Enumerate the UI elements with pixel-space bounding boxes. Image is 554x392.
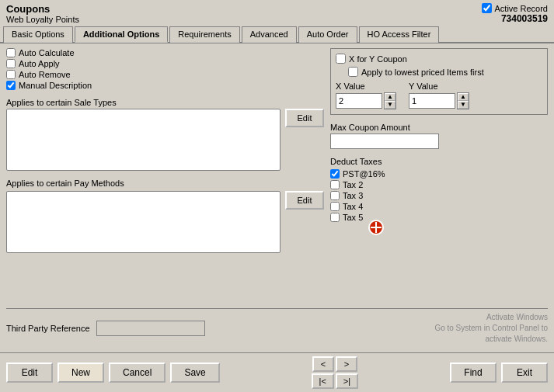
deduct-taxes-section: Deduct Taxes PST@16% Tax 2 Tax 3: [330, 157, 548, 222]
apply-lowest-checkbox[interactable]: [348, 67, 358, 77]
footer-bar: Edit New Cancel Save < > |< >| Find Exit: [0, 352, 554, 392]
cursor-icon: [368, 219, 385, 240]
x-value-input[interactable]: 2: [336, 93, 382, 109]
tax-pst-item: PST@16%: [330, 169, 548, 179]
pay-methods-container: Edit: [6, 191, 324, 253]
manual-description-item: Manual Description: [6, 81, 324, 90]
find-button[interactable]: Find: [450, 363, 497, 383]
nav-row-bottom: |< >|: [312, 373, 359, 389]
xfory-label: X for Y Coupon: [349, 54, 407, 64]
tax4-item: Tax 4: [330, 202, 548, 211]
footer-right: Find Exit: [450, 363, 548, 383]
tabs-bar: Basic Options Additional Options Require…: [0, 26, 554, 43]
tax3-checkbox[interactable]: [330, 191, 340, 200]
tab-auto-order[interactable]: Auto Order: [298, 26, 357, 43]
auto-apply-checkbox[interactable]: [6, 59, 16, 68]
checkbox-group: Auto Calculate Auto Apply Auto Remove Ma…: [6, 48, 324, 90]
y-value-label: Y Value: [409, 82, 469, 91]
active-record-row: Active Record: [482, 3, 548, 13]
pay-methods-edit-button[interactable]: Edit: [285, 191, 324, 210]
bottom-section: Third Party Reference Activate Windows G…: [6, 308, 548, 348]
xfory-checkbox[interactable]: [336, 54, 346, 64]
nav-prev-button[interactable]: <: [312, 356, 334, 372]
title-bar: Coupons Web Loyalty Points Active Record…: [0, 0, 554, 26]
nav-row-top: < >: [312, 356, 357, 372]
nav-first-button[interactable]: |<: [312, 373, 334, 389]
new-button[interactable]: New: [57, 363, 104, 383]
title-right: Active Record 734003519: [482, 3, 548, 24]
apply-lowest-label: Apply to lowest priced Items first: [361, 68, 484, 77]
auto-apply-label: Auto Apply: [19, 59, 60, 68]
nav-last-button[interactable]: >|: [336, 373, 358, 389]
sale-types-listbox[interactable]: [6, 109, 280, 171]
y-value-input[interactable]: 1: [409, 93, 455, 109]
tax2-label: Tax 2: [343, 180, 363, 189]
pay-methods-label: Applies to certain Pay Methods: [6, 179, 324, 188]
y-spin-up[interactable]: ▲: [458, 93, 469, 101]
auto-remove-checkbox[interactable]: [6, 70, 16, 79]
cancel-button[interactable]: Cancel: [109, 363, 166, 383]
footer-left: Edit New Cancel Save: [6, 363, 220, 383]
tax-pst-checkbox[interactable]: [330, 169, 340, 179]
right-panel: X for Y Coupon Apply to lowest priced It…: [330, 48, 548, 304]
x-value-label: X Value: [336, 82, 396, 91]
xy-values-row: X Value 2 ▲ ▼ Y Value: [336, 82, 542, 109]
auto-calculate-checkbox[interactable]: [6, 48, 16, 57]
title-left: Coupons Web Loyalty Points: [6, 3, 79, 24]
active-record-checkbox[interactable]: [482, 3, 492, 13]
max-coupon-label: Max Coupon Amount: [330, 123, 548, 132]
main-window: Coupons Web Loyalty Points Active Record…: [0, 0, 554, 392]
x-value-group: X Value 2 ▲ ▼: [336, 82, 396, 109]
nav-next-button[interactable]: >: [336, 356, 357, 372]
exit-button[interactable]: Exit: [501, 363, 548, 383]
y-input-row: 1 ▲ ▼: [409, 92, 469, 109]
y-spin-down[interactable]: ▼: [458, 101, 469, 109]
cursor-svg: [368, 219, 385, 236]
apply-lowest-row: Apply to lowest priced Items first: [348, 67, 542, 77]
auto-calculate-label: Auto Calculate: [19, 48, 75, 57]
tab-requirements[interactable]: Requirements: [169, 26, 239, 43]
sale-types-edit-button[interactable]: Edit: [285, 109, 324, 127]
x-input-row: 2 ▲ ▼: [336, 92, 396, 109]
tax4-label: Tax 4: [343, 202, 363, 211]
tax5-label: Tax 5: [343, 213, 363, 222]
tax2-checkbox[interactable]: [330, 180, 340, 189]
x-spin-up[interactable]: ▲: [385, 93, 395, 101]
tax4-checkbox[interactable]: [330, 202, 340, 211]
auto-remove-item: Auto Remove: [6, 70, 324, 79]
sale-types-label: Applies to certain Sale Types: [6, 98, 324, 107]
tax3-label: Tax 3: [343, 191, 363, 200]
tab-advanced[interactable]: Advanced: [242, 26, 297, 43]
content-row: Auto Calculate Auto Apply Auto Remove Ma…: [6, 48, 548, 304]
tab-additional-options[interactable]: Additional Options: [75, 26, 168, 43]
sale-types-container: Edit: [6, 109, 324, 171]
manual-description-label: Manual Description: [19, 81, 92, 90]
tax2-item: Tax 2: [330, 180, 548, 189]
windows-activation-notice: Activate Windows Go to System in Control…: [434, 312, 548, 345]
manual-description-checkbox[interactable]: [6, 81, 16, 90]
third-party-input[interactable]: [96, 321, 205, 336]
sale-types-section: Applies to certain Sale Types Edit: [6, 95, 324, 171]
auto-remove-label: Auto Remove: [19, 70, 71, 79]
y-value-group: Y Value 1 ▲ ▼: [409, 82, 469, 109]
edit-button[interactable]: Edit: [6, 363, 53, 383]
main-content: Auto Calculate Auto Apply Auto Remove Ma…: [0, 43, 554, 352]
tab-basic-options[interactable]: Basic Options: [3, 26, 73, 43]
tax-pst-label: PST@16%: [343, 169, 385, 179]
x-spin-btn: ▲ ▼: [384, 92, 396, 109]
tax5-checkbox[interactable]: [330, 213, 340, 222]
left-panel: Auto Calculate Auto Apply Auto Remove Ma…: [6, 48, 324, 304]
svg-point-0: [369, 220, 383, 234]
max-coupon-input[interactable]: [330, 134, 439, 149]
tax5-item: Tax 5: [330, 213, 548, 222]
tax3-item: Tax 3: [330, 191, 548, 200]
tab-ho-access-filter[interactable]: HO Access Filter: [359, 26, 440, 43]
pay-methods-listbox[interactable]: [6, 191, 280, 253]
deduct-taxes-label: Deduct Taxes: [330, 157, 548, 166]
save-button[interactable]: Save: [170, 363, 219, 383]
xfory-title-row: X for Y Coupon: [336, 54, 542, 64]
window-subtitle: Web Loyalty Points: [6, 15, 79, 24]
x-spin-down[interactable]: ▼: [385, 101, 395, 109]
auto-apply-item: Auto Apply: [6, 59, 324, 68]
pay-methods-section: Applies to certain Pay Methods Edit: [6, 175, 324, 253]
